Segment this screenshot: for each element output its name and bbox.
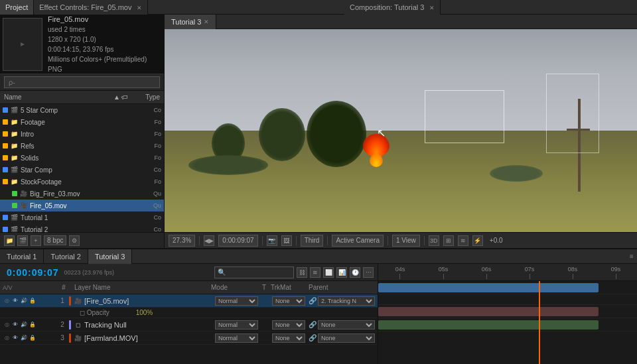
file-item-10[interactable]: 🎬 Tutorial 1 Co (0, 212, 164, 223)
show-snapshot-btn[interactable]: 🖼 (281, 235, 292, 246)
tl-motion-btn[interactable]: ≋ (310, 267, 320, 278)
comp-tab-tutorial3[interactable]: Tutorial 3 ✕ (165, 15, 216, 29)
track-row-2[interactable] (378, 305, 637, 318)
tl-clock-btn[interactable]: 🕐 (350, 267, 360, 278)
viewport[interactable]: ↖ (165, 29, 637, 232)
tl-link-btn[interactable]: ⛓ (297, 267, 307, 278)
timeline-tab-tutorial2[interactable]: Tutorial 2 (44, 249, 88, 264)
layer-lock-3[interactable]: 🔒 (29, 334, 36, 342)
layer-solo-1[interactable]: ◎ (3, 297, 11, 305)
layer-trkmat-cell-1: None (272, 296, 309, 306)
bpc-badge[interactable]: 8 bpc (44, 235, 66, 245)
layer-trkmat-select-1[interactable]: None (272, 296, 305, 306)
layer-video-3[interactable]: 👁 (11, 334, 19, 342)
layer-row-2[interactable]: ◎ 👁 🔊 🔒 2 ◻ Tracking Null Normal None 🔗 … (0, 318, 378, 332)
new-comp-btn[interactable]: 🎬 (17, 235, 28, 246)
comp-panel-header[interactable]: Composition: Tutorial 3 ✕ (344, 0, 441, 15)
timeline-layer-header: A/V # Layer Name Mode T TrkMat Parent (0, 281, 378, 294)
snapshot-btn[interactable]: 📷 (267, 235, 277, 246)
layer-mode-cell-2: Normal (215, 320, 261, 330)
3d-btn[interactable]: 3D (429, 235, 439, 246)
timeline-tab-tutorial1[interactable]: Tutorial 1 (0, 249, 44, 264)
file-name-label: Tutorial 1 (21, 214, 135, 221)
layer-icon-3: 🎥 (73, 334, 82, 343)
comp-tab-close[interactable]: ✕ (204, 19, 209, 25)
file-item-5[interactable]: 📁 Solids Fo (0, 152, 164, 164)
preview-used: used 2 times (48, 25, 147, 34)
views-btn[interactable]: 1 View (392, 235, 420, 247)
layer-row-3[interactable]: ◎ 👁 🔊 🔒 3 🎥 [Farmland.MOV] Normal None 🔗… (0, 332, 378, 345)
timeline-menu-btn[interactable]: ≡ (626, 251, 637, 262)
file-item-3[interactable]: 📁 Intro Fo (0, 128, 164, 140)
track-sub-row-1 (378, 294, 637, 305)
layer-solo-3[interactable]: ◎ (3, 334, 11, 342)
col-mode-header: Mode (211, 284, 257, 291)
ruler-mark-0: 04s (399, 274, 400, 279)
file-item-8[interactable]: 🎥 Big_Fire_03.mov Qu (0, 188, 164, 200)
file-item-9[interactable]: 🎥 Fire_05.mov Qu (0, 200, 164, 212)
tl-frame-btn[interactable]: ⬜ (323, 267, 334, 278)
tl-more-btn[interactable]: ⋯ (363, 267, 374, 278)
view-mode-btn[interactable]: Third (301, 235, 324, 247)
file-item-4[interactable]: 📁 Refs Fo (0, 140, 164, 152)
track-row-1[interactable] (378, 281, 637, 294)
layer-num-3: 3 (56, 334, 69, 341)
track-row-3[interactable] (378, 318, 637, 332)
camera-btn[interactable]: Active Camera (332, 235, 384, 247)
effect-controls-close[interactable]: ✕ (137, 5, 142, 10)
layer-trkmat-select-2[interactable]: None (272, 320, 305, 330)
search-input[interactable] (4, 76, 160, 88)
file-type-label: Fo (135, 131, 161, 137)
layer-parent-select-2[interactable]: None (318, 320, 375, 330)
new-item-btn[interactable]: + (31, 235, 41, 246)
layer-parent-link-3[interactable]: 🔗 (309, 334, 317, 341)
layer-lock-2[interactable]: 🔒 (29, 321, 36, 329)
playhead[interactable] (539, 281, 540, 364)
file-item-7[interactable]: 📁 StockFootage Fo (0, 176, 164, 188)
file-item-2[interactable]: 📁 Footage Fo (0, 116, 164, 128)
layer-audio-3[interactable]: 🔊 (20, 334, 28, 342)
timecode-btn[interactable]: 0:00:09:07 (218, 235, 257, 247)
layer-solo-2[interactable]: ◎ (3, 321, 11, 329)
file-type-label: Co (135, 226, 161, 232)
preview-btn[interactable]: ◀▶ (204, 235, 214, 246)
comp-area: Tutorial 3 ✕ (165, 15, 637, 248)
layer-parent-select-3[interactable]: None (318, 334, 375, 343)
zoom-btn[interactable]: 27.3% (169, 235, 195, 247)
tl-graph-btn[interactable]: 📊 (336, 267, 347, 278)
file-item-11[interactable]: 🎬 Tutorial 2 Co (0, 223, 164, 232)
file-type-label: Fo (135, 143, 161, 149)
preview-duration: 0:00:14:15, 23.976 fps (48, 44, 147, 54)
motion-blur-btn[interactable]: ≋ (458, 235, 468, 246)
timeline-tab-tutorial3[interactable]: Tutorial 3 (88, 249, 132, 264)
comp-panel-label: Composition: Tutorial 3 (350, 3, 425, 11)
layer-audio-2[interactable]: 🔊 (20, 321, 28, 329)
layer-trkmat-select-3[interactable]: None (272, 334, 305, 343)
file-item-1[interactable]: 🎬 5 Star Comp Co (0, 104, 164, 116)
layer-row-1[interactable]: ◎ 👁 🔊 🔒 1 🎥 [Fire_05.mov] Normal None 🔗 … (0, 294, 378, 308)
layer-mode-select-1[interactable]: Normal (215, 296, 258, 306)
comp-panel-close[interactable]: ✕ (429, 5, 435, 10)
effect-controls-header[interactable]: Effect Controls: Fire_05.mov ✕ (34, 0, 148, 15)
layer-parent-link-2[interactable]: 🔗 (309, 321, 317, 328)
layer-mode-select-3[interactable]: Normal (215, 334, 258, 343)
draft-btn[interactable]: ⚡ (472, 235, 483, 246)
project-panel-header[interactable]: Project (0, 0, 34, 15)
layer-video-1[interactable]: 👁 (11, 297, 19, 305)
layer-parent-select-1[interactable]: 2. Tracking N (318, 296, 375, 306)
layer-video-2[interactable]: 👁 (11, 321, 19, 329)
new-folder-btn[interactable]: 📁 (4, 235, 15, 246)
timeline-tabs: Tutorial 1 Tutorial 2 Tutorial 3 ≡ (0, 249, 637, 264)
layer-audio-1[interactable]: 🔊 (20, 297, 28, 305)
layer-mode-select-2[interactable]: Normal (215, 320, 258, 330)
layer-lock-1[interactable]: 🔒 (29, 297, 36, 305)
file-item-6[interactable]: 🎬 Star Comp Co (0, 164, 164, 176)
settings-btn[interactable]: ⚙ (69, 235, 80, 246)
file-type-icon: 🎬 (9, 165, 19, 174)
grid-btn[interactable]: ⊞ (443, 235, 454, 246)
layer-parent-link-1[interactable]: 🔗 (309, 297, 317, 304)
time-display[interactable]: 0:00:09:07 (4, 267, 62, 278)
preview-format: PNG (48, 64, 147, 74)
timeline-search[interactable] (214, 267, 294, 278)
ruler-line-2 (486, 274, 487, 279)
